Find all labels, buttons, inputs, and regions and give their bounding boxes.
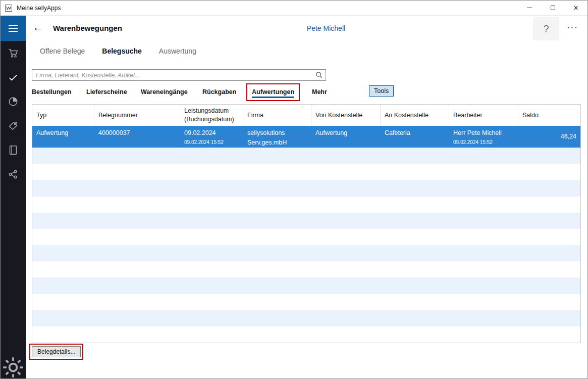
tag-icon [8,120,19,131]
page-title: Warenbewegungen [53,24,122,32]
table-empty-rows [32,148,580,343]
tab-offene-belege[interactable]: Offene Belege [40,47,85,55]
table-empty-row [32,164,580,180]
filter-wareneingaenge[interactable]: Wareneingänge [141,88,188,96]
minimize-button[interactable] [518,1,541,15]
table-empty-row [32,261,580,277]
sidebar-item-reports[interactable] [1,89,26,114]
cell-an-kostenstelle: Cafeteria [381,126,449,148]
column-header-typ[interactable]: Typ [32,105,94,126]
sidebar-item-network[interactable] [1,162,26,186]
close-button[interactable]: × [564,1,587,15]
column-header-firma[interactable]: Firma [243,105,311,126]
search-input[interactable] [32,69,326,81]
column-header-saldo[interactable]: Saldo [518,105,580,126]
tab-belegsuche[interactable]: Belegsuche [102,47,142,55]
table-empty-row [32,245,580,261]
table-empty-row [32,197,580,213]
annotation-box-aufwertungen: Aufwertungen [246,83,300,101]
maximize-button[interactable] [541,1,564,15]
annotation-box-belegdetails: Belegdetails... [29,344,83,360]
user-name[interactable]: Pete Michell [276,24,377,32]
table-empty-row [32,229,580,245]
table-empty-row [32,277,580,294]
cell-firma: sellysolutions Serv.ges.mbH [243,126,311,148]
column-header-von-kostenstelle[interactable]: Von Kostenstelle [311,105,381,126]
column-header-bearbeiter[interactable]: Bearbeiter [449,105,518,126]
section-tabs: Offene Belege Belegsuche Auswertung [40,47,196,55]
belegdetails-button[interactable]: Belegdetails... [32,346,81,357]
sidebar-item-goods-movements[interactable] [1,65,26,89]
sidebar-item-ledger[interactable] [1,138,26,162]
tools-button[interactable]: Tools [369,85,394,97]
table-empty-row [32,213,580,229]
column-header-belegnummer[interactable]: Belegnummer [94,105,180,126]
cell-typ: Aufwertung [32,126,94,148]
help-icon: ? [543,23,549,35]
sidebar-item-settings[interactable] [1,356,26,378]
minimize-icon [527,8,532,8]
app-window: Meine sellyApps × [0,0,588,379]
cell-leistungsdatum: 09.02.2024 09.02.2024 15:52 [180,126,243,148]
book-icon [8,145,19,156]
share-icon [8,169,19,180]
table-empty-row [32,326,580,343]
filter-bestellungen[interactable]: Bestellungen [32,88,72,96]
app-logo-icon [5,4,13,12]
close-icon: × [573,4,578,12]
cell-bearbeiter: Herr Pete Michell 09.02.2024 15:52 [449,126,518,148]
table-row-selected[interactable]: Aufwertung 400000037 09.02.2024 09.02.20… [32,126,580,148]
check-icon [8,72,19,83]
table-empty-row [32,180,580,196]
help-button[interactable]: ? [533,17,559,40]
pie-chart-icon [8,96,19,107]
back-button[interactable]: ← [33,22,43,33]
filter-rueckgaben[interactable]: Rückgaben [202,88,236,96]
document-type-filters: Bestellungen Lieferscheine Wareneingänge… [26,83,587,102]
cell-von-kostenstelle: Aufwertung [311,126,381,148]
maximize-icon [551,6,555,10]
cell-saldo: 46,24 [518,126,580,148]
filter-mehr[interactable]: Mehr [312,88,327,96]
table-header-row: Typ Belegnummer Leistungsdatum (Buchungs… [32,105,580,126]
hamburger-icon [9,25,18,26]
search-icon[interactable] [315,71,323,79]
sidebar [1,16,26,378]
titlebar: Meine sellyApps × [1,1,587,16]
main-content: ← Warenbewegungen Pete Michell ? ··· Off… [26,16,587,378]
table-empty-row [32,148,580,164]
search-bar [32,69,326,81]
sidebar-spacer [1,186,26,356]
table-empty-row [32,310,580,326]
documents-table: Typ Belegnummer Leistungsdatum (Buchungs… [32,104,581,343]
window-controls: × [518,1,587,15]
gear-icon [1,355,26,379]
cell-belegnummer: 400000037 [94,126,180,148]
column-header-an-kostenstelle[interactable]: An Kostenstelle [381,105,449,126]
window-title: Meine sellyApps [17,5,61,12]
column-header-leistungsdatum[interactable]: Leistungsdatum (Buchungsdatum) [180,105,243,126]
filter-lieferscheine[interactable]: Lieferscheine [86,88,127,96]
tab-auswertung[interactable]: Auswertung [159,47,196,55]
hamburger-menu-button[interactable] [1,16,26,41]
cart-icon [8,48,19,59]
filter-aufwertungen[interactable]: Aufwertungen [252,88,294,98]
sidebar-item-articles[interactable] [1,114,26,138]
sidebar-item-orders[interactable] [1,41,26,65]
table-empty-row [32,294,580,310]
more-options-button[interactable]: ··· [567,22,578,33]
